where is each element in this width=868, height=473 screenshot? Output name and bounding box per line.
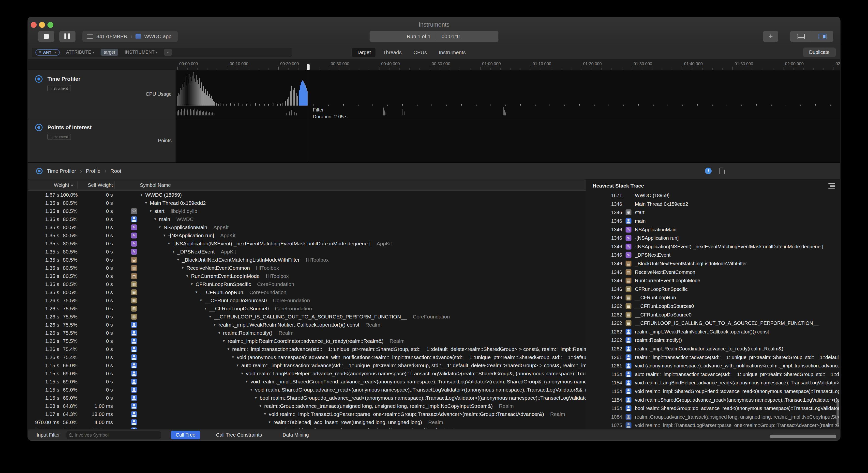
symbol-filter-field[interactable]	[66, 431, 161, 439]
call-tree-row[interactable]: 1.35 s80.5%0 s✎▼NSApplicationMainAppKit	[28, 223, 586, 231]
disclosure-triangle-icon[interactable]: ▼	[140, 193, 143, 197]
call-tree-button[interactable]: Call Tree	[171, 431, 200, 439]
column-header-weight[interactable]: Weight	[28, 182, 73, 188]
column-header-symbol-name[interactable]: Symbol Name	[140, 182, 171, 188]
disclosure-triangle-icon[interactable]: ▼	[145, 201, 148, 205]
disclosure-triangle-icon[interactable]: ▼	[264, 412, 267, 416]
toggle-detail-pane-button[interactable]	[790, 31, 812, 42]
stack-trace-row[interactable]: 1346▤RunCurrentEventLoopInMode	[586, 276, 840, 285]
points-of-interest-track-header[interactable]: Points of Interest Instrument Points	[28, 118, 176, 163]
disclosure-triangle-icon[interactable]: ▼	[259, 404, 262, 408]
any-filter-pill[interactable]: ≡ ANY▾	[35, 49, 60, 56]
disclosure-triangle-icon[interactable]: ▼	[254, 396, 257, 400]
stack-trace-row[interactable]: 1346▤_BlockUntilNextEventMatchingListInM…	[586, 259, 840, 268]
call-tree-row[interactable]: 1.26 s75.5%0 s▦▼__CFRunLoopDoSource0Core…	[28, 304, 586, 313]
disclosure-triangle-icon[interactable]: ▼	[163, 234, 166, 237]
stack-trace-row[interactable]: 1154auto realm::_impl::transaction::adva…	[586, 370, 840, 379]
target-token[interactable]: target	[100, 49, 118, 56]
vertical-scrollbar[interactable]	[837, 399, 839, 426]
call-tree-row[interactable]: 1.35 s80.5%0 s▦▼CFRunLoopRunSpecificCore…	[28, 280, 586, 288]
stack-trace-row[interactable]: 1154void realm::SharedGroup::advance_rea…	[586, 395, 840, 404]
info-icon[interactable]: i	[705, 168, 712, 174]
call-tree-row[interactable]: 958.00 ms57.3%948.00 ms▼realm::Table::ad…	[28, 426, 586, 429]
call-tree-row[interactable]: 1.26 s75.5%0 s▦▼__CFRUNLOOP_IS_CALLING_O…	[28, 313, 586, 321]
disclosure-triangle-icon[interactable]: ▼	[218, 331, 221, 335]
stack-trace-row[interactable]: 1262realm::_impl::WeakRealmNotifier::Cal…	[586, 328, 840, 336]
toggle-inspector-pane-button[interactable]	[812, 31, 834, 42]
disclosure-triangle-icon[interactable]: ▼	[149, 209, 152, 213]
call-tree-row[interactable]: 970.00 ms58.0%4.00 ms▼realm::Table::adj_…	[28, 418, 586, 426]
tab-target[interactable]: Target	[352, 48, 375, 57]
disclosure-triangle-icon[interactable]: ▼	[177, 258, 180, 262]
stack-trace-row[interactable]: 1261void (anonymous namespace)::advance_…	[586, 361, 840, 370]
call-tree-row[interactable]: 1.15 s69.0%0 s▼void realm::LangBindHelpe…	[28, 369, 586, 378]
disclosure-triangle-icon[interactable]: ▼	[227, 347, 230, 351]
stack-trace-row[interactable]: 1262realm::_impl::RealmCoordinator::adva…	[586, 345, 840, 353]
cpu-usage-graph[interactable]: Filter Duration: 2.05 s	[176, 70, 840, 118]
call-tree-row[interactable]: 1.15 s69.0%0 s▼void realm::SharedGroup::…	[28, 386, 586, 394]
disclosure-triangle-icon[interactable]: ▼	[231, 355, 235, 359]
stack-trace-row[interactable]: 1075void realm::_impl::TransactLogParser…	[586, 421, 840, 429]
stack-trace-row[interactable]: 1084realm::Group::advance_transact(unsig…	[586, 412, 840, 421]
breadcrumb-item[interactable]: Profile	[86, 168, 100, 174]
stack-trace-row[interactable]: 1346✎-[NSApplication(NSEvent) _nextEvent…	[586, 242, 840, 251]
disclosure-triangle-icon[interactable]: ▼	[213, 323, 216, 327]
column-header-self-weight[interactable]: Self Weight	[79, 182, 113, 188]
disclosure-triangle-icon[interactable]: ▼	[236, 363, 239, 367]
attribute-dropdown[interactable]: ATTRIBUTE▾	[66, 50, 94, 55]
stack-trace-row[interactable]: 1262▦__CFRUNLOOP_IS_CALLING_OUT_TO_A_SOU…	[586, 319, 840, 328]
data-mining-button[interactable]: Data Mining	[278, 431, 313, 439]
stop-recording-button[interactable]	[38, 31, 54, 42]
call-tree-row[interactable]: 1.35 s80.5%0 s▤▼_BlockUntilNextEventMatc…	[28, 256, 586, 264]
disclosure-triangle-icon[interactable]: ▼	[190, 282, 193, 286]
call-tree-row[interactable]: 1.35 s80.5%0 s✎▼-[NSApplication run]AppK…	[28, 231, 586, 239]
disclosure-triangle-icon[interactable]: ▼	[241, 372, 244, 375]
stack-trace-row[interactable]: 1262▦__CFRunLoopDoSources0	[586, 302, 840, 311]
stack-trace-row[interactable]: 1262▦__CFRunLoopDoSource0	[586, 310, 840, 319]
stack-trace-row[interactable]: 1346✎-[NSApplication run]	[586, 234, 840, 242]
time-ruler[interactable]: 00:00.00000:10.00000:20.00000:30.00000:4…	[28, 59, 840, 70]
disclosure-triangle-icon[interactable]: ▼	[245, 380, 248, 383]
call-tree-row[interactable]: 1.35 s80.5%0 s▼mainWWDC	[28, 215, 586, 223]
call-tree-row[interactable]: 1.08 s64.8%1.00 ms▼realm::Group::advance…	[28, 402, 586, 410]
horizontal-scrollbar[interactable]	[770, 435, 836, 438]
stack-trace-row[interactable]: 1154void realm::_impl::SharedGroupFriend…	[586, 387, 840, 396]
document-icon[interactable]	[719, 168, 725, 174]
call-tree-constraints-button[interactable]: Call Tree Constraints	[212, 431, 267, 439]
stack-trace-row[interactable]: 1346Main Thread 0x159edd2	[586, 200, 840, 208]
add-instrument-button[interactable]: +	[763, 31, 778, 42]
stack-trace-row[interactable]: 1346▦__CFRunLoopRun	[586, 293, 840, 302]
points-graph[interactable]	[176, 118, 840, 163]
call-tree-row[interactable]: 1.26 s75.5%0 s▦▼__CFRunLoopDoSources0Cor…	[28, 296, 586, 304]
stack-trace-row[interactable]: 1154void realm::LangBindHelper::advance_…	[586, 379, 840, 387]
disclosure-triangle-icon[interactable]: ▼	[222, 339, 225, 343]
call-tree-row[interactable]: 1.26 s75.5%0 s▼realm::Realm::notify()Rea…	[28, 329, 586, 337]
pause-button[interactable]	[59, 31, 75, 42]
stack-trace-row[interactable]: 1346✎NSApplicationMain	[586, 225, 840, 234]
disclosure-triangle-icon[interactable]: ▼	[158, 226, 161, 229]
track-time-profiler[interactable]: Time Profiler Instrument CPU Usage Filte…	[28, 70, 840, 118]
tab-instruments[interactable]: Instruments	[434, 48, 470, 57]
disclosure-triangle-icon[interactable]: ▼	[209, 315, 212, 319]
stack-trace-row[interactable]: 1346✎_DPSNextEvent	[586, 251, 840, 259]
disclosure-triangle-icon[interactable]: ▼	[268, 420, 271, 424]
disclosure-triangle-icon[interactable]: ▼	[154, 217, 157, 221]
playhead[interactable]	[308, 63, 308, 163]
call-tree-row[interactable]: 1.35 s80.5%0 s▤▼RunCurrentEventLoopInMod…	[28, 272, 586, 280]
call-tree-row[interactable]: 1.07 s64.3%18.00 ms▼void realm::_impl::T…	[28, 410, 586, 418]
disclosure-triangle-icon[interactable]: ▼	[204, 307, 207, 310]
token-add-button[interactable]: ▾	[164, 49, 172, 56]
stack-trace-row[interactable]: 1154bool realm::SharedGroup::do_advance_…	[586, 404, 840, 413]
call-tree-row[interactable]: 1.26 s75.5%0 s▼realm::_impl::RealmCoordi…	[28, 337, 586, 345]
breadcrumb-item[interactable]: Time Profiler	[47, 168, 76, 174]
disclosure-triangle-icon[interactable]: ▼	[199, 298, 203, 302]
stack-trace-row[interactable]: 1671WWDC (18959)	[586, 191, 840, 200]
track-points-of-interest[interactable]: Points of Interest Instrument Points	[28, 118, 840, 163]
stack-trace-row[interactable]: 1346▦CFRunLoopRunSpecific	[586, 285, 840, 294]
disclosure-triangle-icon[interactable]: ▼	[186, 274, 189, 278]
call-tree-row[interactable]: 1.35 s80.5%0 s✎▼_DPSNextEventAppKit	[28, 247, 586, 256]
call-tree-row[interactable]: 1.35 s80.5%0 s▤▼ReceiveNextEventCommonHI…	[28, 264, 586, 272]
stack-trace-row[interactable]: 1346⚙start	[586, 208, 840, 217]
search-input[interactable]	[74, 433, 158, 438]
disclosure-triangle-icon[interactable]: ▼	[167, 242, 170, 245]
